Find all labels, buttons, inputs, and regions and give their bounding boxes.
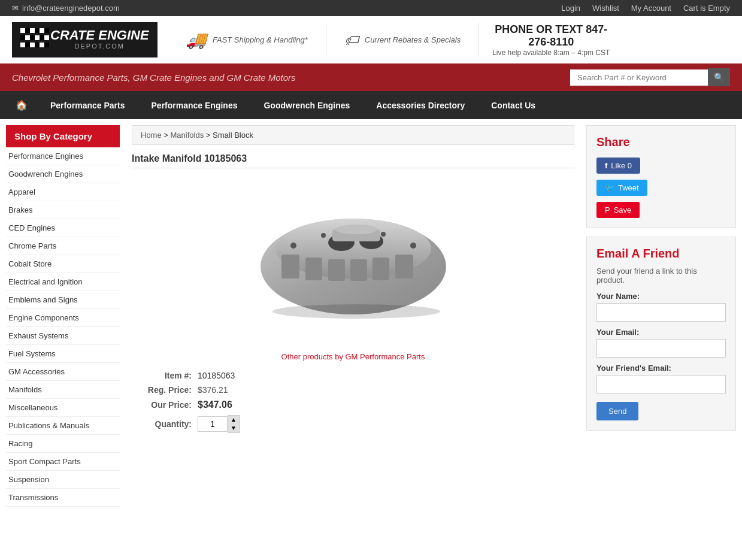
sidebar-item-manifolds[interactable]: Manifolds bbox=[6, 381, 120, 399]
sidebar-item-electrical-ignition[interactable]: Electrical and Ignition bbox=[6, 273, 120, 291]
email-icon: ✉ bbox=[12, 4, 19, 13]
sidebar-item-brakes[interactable]: Brakes bbox=[6, 201, 120, 219]
product-title: Intake Manifold 10185063 bbox=[132, 153, 574, 168]
nav-accessories-directory[interactable]: Accessories Directory bbox=[363, 92, 478, 119]
sidebar-item-ced-engines[interactable]: CED Engines bbox=[6, 219, 120, 237]
svg-point-13 bbox=[381, 232, 386, 237]
send-button[interactable]: Send bbox=[596, 402, 638, 420]
sidebar-item-exhaust-systems[interactable]: Exhaust Systems bbox=[6, 327, 120, 345]
reg-price-label: Reg. Price: bbox=[138, 385, 198, 395]
sidebar: Shop By Category Performance Engines Goo… bbox=[0, 125, 126, 507]
quantity-control: ▲ ▼ bbox=[198, 415, 240, 433]
sidebar-item-racing[interactable]: Racing bbox=[6, 435, 120, 453]
logo-area: CRATE ENGINE DEPOT.COM bbox=[12, 22, 168, 57]
rebates-info: 🏷 Current Rebates & Specials bbox=[326, 23, 479, 57]
friend-email-input[interactable] bbox=[596, 375, 726, 393]
svg-rect-6 bbox=[328, 259, 345, 281]
right-panel: Share f Like 0 🐦 Tweet P Save Email A Fr… bbox=[580, 125, 742, 507]
main-nav: 🏠 Performance Parts Performance Engines … bbox=[0, 91, 742, 119]
content-area: Home > Manifolds > Small Block Intake Ma… bbox=[126, 125, 580, 507]
our-price-row: Our Price: $347.06 bbox=[138, 399, 568, 410]
quantity-input[interactable] bbox=[198, 416, 228, 432]
sidebar-item-suspension[interactable]: Suspension bbox=[6, 471, 120, 489]
svg-point-11 bbox=[410, 243, 416, 249]
product-image-area bbox=[132, 177, 574, 352]
sidebar-item-transmissions[interactable]: Transmissions bbox=[6, 489, 120, 507]
wishlist-link[interactable]: Wishlist bbox=[592, 4, 619, 13]
my-account-link[interactable]: My Account bbox=[631, 4, 671, 13]
your-email-label: Your Email: bbox=[596, 328, 726, 337]
sidebar-item-engine-components[interactable]: Engine Components bbox=[6, 309, 120, 327]
reg-price-value: $376.21 bbox=[198, 385, 228, 395]
sidebar-item-performance-engines[interactable]: Performance Engines bbox=[6, 147, 120, 165]
top-bar-links: Login Wishlist My Account Cart is Empty bbox=[561, 4, 730, 13]
save-label: Save bbox=[614, 205, 632, 214]
sidebar-item-miscellaneous[interactable]: Miscellaneous bbox=[6, 399, 120, 417]
svg-rect-4 bbox=[281, 255, 299, 279]
item-number-row: Item #: 10185063 bbox=[138, 371, 568, 380]
sidebar-item-goodwrench-engines[interactable]: Goodwrench Engines bbox=[6, 165, 120, 183]
breadcrumb-home[interactable]: Home bbox=[141, 131, 162, 140]
facebook-icon: f bbox=[605, 161, 607, 170]
tweet-label: Tweet bbox=[618, 183, 639, 192]
nav-contact-us[interactable]: Contact Us bbox=[478, 92, 549, 119]
header-info: 🚚 FAST Shipping & Handling* 🏷 Current Re… bbox=[168, 23, 730, 57]
nav-home-icon[interactable]: 🏠 bbox=[6, 91, 37, 119]
item-value: 10185063 bbox=[198, 371, 235, 380]
sidebar-title[interactable]: Shop By Category bbox=[6, 125, 120, 147]
top-bar: ✉ info@crateenginedepot.com Login Wishli… bbox=[0, 0, 742, 16]
sidebar-item-fuel-systems[interactable]: Fuel Systems bbox=[6, 345, 120, 363]
other-products-link[interactable]: Other products by GM Performance Parts bbox=[281, 352, 425, 361]
our-price-value: $347.06 bbox=[198, 399, 232, 410]
your-name-input[interactable] bbox=[596, 303, 726, 322]
logo-sub: DEPOT.COM bbox=[50, 43, 149, 50]
breadcrumb-manifolds[interactable]: Manifolds bbox=[171, 131, 204, 140]
tag-icon: 🏷 bbox=[344, 32, 359, 49]
svg-point-14 bbox=[272, 304, 440, 319]
svg-point-12 bbox=[321, 233, 326, 238]
email-address: info@crateenginedepot.com bbox=[22, 4, 120, 13]
qty-down-button[interactable]: ▼ bbox=[228, 424, 240, 432]
search-wrap: 🔍 bbox=[570, 68, 730, 86]
sidebar-item-sport-compact-parts[interactable]: Sport Compact Parts bbox=[6, 453, 120, 471]
search-banner-text: Chevrolet Performance Parts, GM Crate En… bbox=[12, 72, 564, 83]
sidebar-item-apparel[interactable]: Apparel bbox=[6, 183, 120, 201]
email-friend-box: Email A Friend Send your friend a link t… bbox=[586, 237, 736, 431]
svg-rect-7 bbox=[350, 259, 367, 281]
quantity-row: Quantity: ▲ ▼ bbox=[138, 415, 568, 433]
rebates-text: Current Rebates & Specials bbox=[365, 35, 461, 44]
nav-goodwrench-engines[interactable]: Goodwrench Engines bbox=[250, 92, 363, 119]
reg-price-row: Reg. Price: $376.21 bbox=[138, 385, 568, 395]
breadcrumb: Home > Manifolds > Small Block bbox=[132, 125, 574, 145]
top-bar-email: ✉ info@crateenginedepot.com bbox=[12, 4, 120, 13]
nav-performance-parts[interactable]: Performance Parts bbox=[37, 92, 138, 119]
qty-buttons: ▲ ▼ bbox=[228, 415, 240, 433]
sidebar-item-emblems-signs[interactable]: Emblems and Signs bbox=[6, 291, 120, 309]
twitter-icon: 🐦 bbox=[605, 183, 614, 192]
main-layout: Shop By Category Performance Engines Goo… bbox=[0, 119, 742, 513]
product-image bbox=[246, 189, 461, 338]
svg-point-16 bbox=[335, 225, 377, 234]
qty-up-button[interactable]: ▲ bbox=[228, 416, 240, 424]
cart-link[interactable]: Cart is Empty bbox=[683, 4, 730, 13]
search-input[interactable] bbox=[570, 69, 708, 86]
qty-label: Quantity: bbox=[138, 419, 198, 429]
svg-rect-5 bbox=[305, 258, 322, 280]
search-button[interactable]: 🔍 bbox=[708, 68, 730, 86]
twitter-tweet-button[interactable]: 🐦 Tweet bbox=[596, 180, 647, 196]
logo[interactable]: CRATE ENGINE DEPOT.COM bbox=[12, 22, 158, 57]
login-link[interactable]: Login bbox=[561, 4, 580, 13]
facebook-like-button[interactable]: f Like 0 bbox=[596, 158, 640, 174]
sidebar-item-cobalt-store[interactable]: Cobalt Store bbox=[6, 255, 120, 273]
svg-point-10 bbox=[290, 243, 296, 249]
truck-icon: 🚚 bbox=[186, 30, 207, 50]
nav-performance-engines[interactable]: Performance Engines bbox=[138, 92, 251, 119]
our-price-label: Our Price: bbox=[138, 400, 198, 410]
other-products: Other products by GM Performance Parts bbox=[132, 352, 574, 361]
your-email-input[interactable] bbox=[596, 339, 726, 358]
sidebar-item-gm-accessories[interactable]: GM Accessories bbox=[6, 363, 120, 381]
sidebar-item-chrome-parts[interactable]: Chrome Parts bbox=[6, 237, 120, 255]
sidebar-item-publications-manuals[interactable]: Publications & Manuals bbox=[6, 417, 120, 435]
phone-sub: Live help available 8:am – 4:pm CST bbox=[491, 49, 611, 57]
pinterest-save-button[interactable]: P Save bbox=[596, 202, 640, 218]
